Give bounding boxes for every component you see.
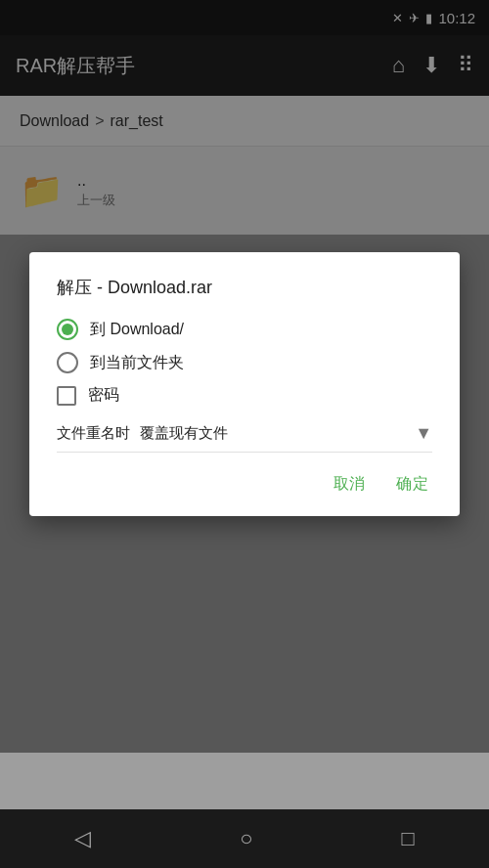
cancel-button[interactable]: 取消 (330, 468, 370, 500)
dropdown-value: 覆盖现有文件 (140, 424, 228, 443)
radio-option-current[interactable]: 到当前文件夹 (57, 352, 432, 373)
nav-bar: ◁ ○ □ (0, 809, 489, 868)
dialog-title: 解压 - Download.rar (57, 276, 432, 299)
conflict-dropdown[interactable]: 文件重名时 覆盖现有文件 ▼ (57, 423, 432, 453)
dropdown-prefix-label: 文件重名时 (57, 424, 130, 443)
extract-dialog: 解压 - Download.rar 到 Download/ 到当前文件夹 密码 … (29, 252, 460, 516)
radio-circle-1 (57, 319, 78, 340)
radio-inner-1 (62, 324, 73, 335)
radio-group: 到 Download/ 到当前文件夹 (57, 319, 432, 373)
password-checkbox-row[interactable]: 密码 (57, 385, 432, 406)
radio-label-2: 到当前文件夹 (90, 353, 184, 373)
nav-home-button[interactable]: ○ (240, 826, 252, 851)
password-checkbox[interactable] (57, 386, 76, 406)
radio-circle-2 (57, 352, 78, 373)
confirm-button[interactable]: 确定 (392, 468, 432, 500)
password-label: 密码 (88, 385, 119, 406)
nav-back-button[interactable]: ◁ (74, 826, 91, 851)
radio-option-download[interactable]: 到 Download/ (57, 319, 432, 340)
nav-recent-button[interactable]: □ (402, 826, 415, 851)
chevron-down-icon: ▼ (415, 423, 432, 444)
radio-label-1: 到 Download/ (90, 320, 184, 340)
dialog-actions: 取消 确定 (57, 468, 432, 500)
